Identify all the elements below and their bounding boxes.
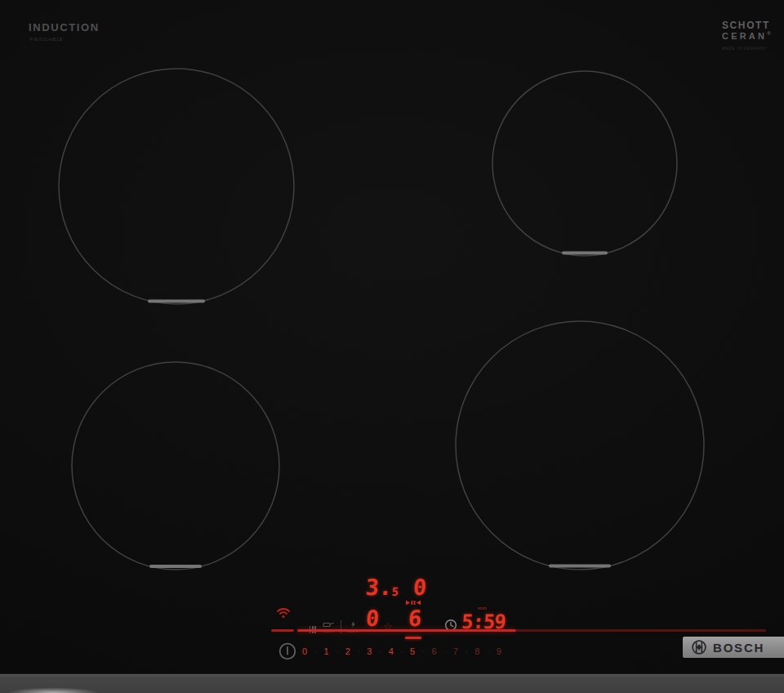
level-key-8[interactable]: 8 (474, 646, 479, 656)
schott-line1: SCHOTT (722, 20, 771, 31)
induction-hob: INDUCTION PIE631HB1E SCHOTT CERAN® MADE … (0, 0, 784, 693)
selected-zone-underline (405, 637, 421, 639)
level-separator: · (400, 647, 403, 655)
display-front-right[interactable]: 6 (401, 606, 429, 631)
home-connect-wifi-icon[interactable] (276, 607, 291, 619)
level-key-0[interactable]: 0 (302, 646, 307, 656)
zone-rear-right-ring (492, 71, 677, 256)
bosch-anchor-icon (691, 639, 707, 655)
level-separator: · (466, 647, 468, 655)
level-key-1[interactable]: 1 (323, 646, 328, 656)
level-key-5[interactable]: 5 (410, 646, 415, 656)
pan-move-icon (323, 620, 334, 628)
display-rear-right[interactable]: 0 (406, 575, 434, 600)
display-front-left[interactable]: 0 (359, 606, 386, 631)
power-slider-dim[interactable] (516, 629, 766, 632)
model-number: PIE631HB1E (29, 37, 63, 42)
slider-segment-left (271, 629, 294, 632)
zone-front-left-ring (72, 362, 279, 570)
trim-reflection (0, 686, 114, 693)
bosch-badge: BOSCH (683, 637, 784, 658)
level-key-2[interactable]: 2 (345, 646, 350, 656)
half-step-digit: 5 (391, 584, 399, 600)
level-separator: · (336, 647, 338, 655)
level-separator: · (314, 647, 317, 655)
level-key-3[interactable]: 3 (367, 646, 372, 656)
level-key-7[interactable]: 7 (453, 646, 458, 656)
level-separator: · (487, 647, 489, 655)
bosch-wordmark: BOSCH (713, 641, 764, 655)
level-separator: · (443, 647, 446, 655)
schott-line2: CERAN® (722, 31, 771, 41)
zone-front-right-ring (456, 321, 704, 570)
schott-subtext: MADE IN GERMANY (722, 47, 771, 51)
powermove-transfer-icon (404, 600, 422, 606)
level-separator: · (379, 647, 381, 655)
level-separator: · (358, 647, 360, 655)
level-key-9[interactable]: 9 (497, 646, 501, 656)
boost-flash-icon (350, 621, 356, 628)
induction-label: INDUCTION (29, 21, 100, 34)
power-button[interactable] (278, 642, 297, 661)
zone-rear-left-ring (59, 69, 294, 304)
registered-mark: ® (767, 31, 770, 36)
level-key-6[interactable]: 6 (431, 646, 436, 656)
schott-ceran-logo: SCHOTT CERAN® MADE IN GERMANY (722, 20, 771, 51)
power-slider-lit[interactable] (297, 629, 516, 632)
power-level-scale: 0 · 1 · 2 · 3 · 4 · 5 · 6 · 7 · 8 · 9 (302, 645, 501, 658)
front-edge-trim (0, 673, 784, 693)
display-rear-left[interactable]: 3.5 (360, 575, 404, 600)
level-key-4[interactable]: 4 (389, 646, 394, 656)
level-separator: · (422, 647, 425, 655)
